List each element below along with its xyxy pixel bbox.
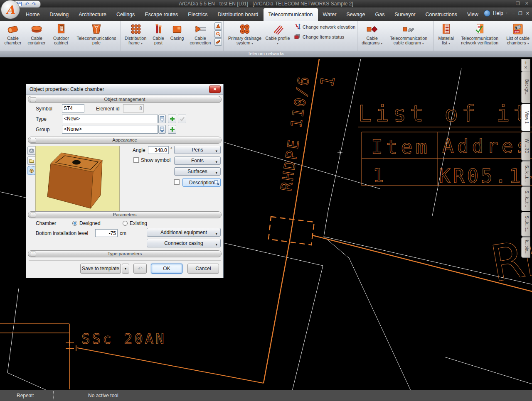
- telecommunication-network-verification-button[interactable]: Telecommunication network verification: [457, 21, 502, 46]
- pens-button[interactable]: Pens▾: [174, 146, 221, 154]
- surfaces-button[interactable]: Surfaces▾: [174, 167, 221, 176]
- dialog-title-bar[interactable]: Object properties: Cable chamber ✕: [26, 84, 223, 95]
- collapse-icon[interactable]: ˋ: [30, 213, 36, 218]
- cable-diagrams-button[interactable]: Cable diagrams ▾: [359, 21, 385, 46]
- type-add-button[interactable]: [168, 115, 176, 123]
- symbol-input[interactable]: [62, 104, 84, 112]
- undo-icon[interactable]: ↶: [25, 2, 29, 7]
- view-tab-3d[interactable]: Wi... 3D: [521, 132, 530, 161]
- bottom-level-input[interactable]: [95, 229, 118, 237]
- show-symbol-checkbox[interactable]: [133, 157, 139, 163]
- save-template-dropdown-button[interactable]: ▾: [122, 264, 129, 274]
- cable-connection-button[interactable]: Cable connection: [186, 21, 214, 46]
- ribbon: Cable chamber Cable container Outdoor ca…: [0, 21, 532, 51]
- section-object-management[interactable]: ˋ Object management: [28, 96, 222, 103]
- view-tab-skt2[interactable]: S...k...t...: [521, 186, 530, 211]
- view-tab-view1[interactable]: View 1: [521, 104, 530, 131]
- fonts-button[interactable]: Fonts▾: [174, 156, 221, 165]
- dropdown-arrow-icon: ▾: [215, 240, 217, 249]
- telecommunications-pole-button[interactable]: Telecommunications pole: [74, 21, 119, 46]
- collapse-icon[interactable]: ˋ: [30, 252, 36, 257]
- button-label: Outdoor cabinet: [49, 36, 73, 45]
- tab-constructions[interactable]: Constructions: [421, 9, 462, 21]
- section-appearance[interactable]: ˋ Appearance: [28, 137, 222, 144]
- outdoor-cabinet-button[interactable]: Outdoor cabinet: [49, 21, 74, 46]
- tab-telecommunication[interactable]: Telecommunication: [264, 8, 318, 21]
- table-header-address: Addres: [442, 135, 531, 157]
- additional-equipment-button[interactable]: Additional equipment▾: [147, 228, 221, 237]
- existing-radio[interactable]: [123, 221, 128, 226]
- save-to-template-button[interactable]: Save to template: [80, 264, 121, 274]
- cable-profile-button[interactable]: Cable profile ▾: [265, 21, 291, 46]
- tab-surveyor[interactable]: Surveyor: [390, 9, 421, 21]
- tab-distribution-board[interactable]: Distribution board: [213, 9, 264, 21]
- dropdown-arrow-icon: ▾: [215, 169, 217, 177]
- button-label: Telecommunication cable diagram ▾: [386, 36, 431, 45]
- doc-restore-button[interactable]: ❐: [518, 11, 522, 16]
- designed-radio[interactable]: [72, 221, 77, 226]
- dialog-close-button[interactable]: ✕: [209, 86, 221, 93]
- group-combo[interactable]: <None>: [62, 125, 158, 134]
- collapse-icon[interactable]: ˋ: [30, 138, 36, 143]
- tab-drawing[interactable]: Drawing: [44, 9, 74, 21]
- collapse-icon[interactable]: ˋ: [30, 97, 36, 102]
- type-history-button[interactable]: [158, 115, 166, 123]
- section-parameters[interactable]: ˋ Parameters: [28, 211, 222, 218]
- app-logo[interactable]: A: [1, 0, 20, 19]
- dropdown-arrow-icon: ▾: [448, 42, 450, 45]
- tab-view[interactable]: View: [462, 9, 483, 21]
- close-button[interactable]: ✕: [525, 1, 529, 6]
- redo-icon[interactable]: ↷: [32, 2, 36, 7]
- group-history-button[interactable]: [158, 125, 166, 134]
- tab-sewage[interactable]: Sewage: [341, 9, 370, 21]
- tab-water[interactable]: Water: [318, 9, 342, 21]
- casing-button[interactable]: Casing: [168, 21, 186, 41]
- description-checkbox[interactable]: [174, 179, 180, 185]
- change-items-status-button[interactable]: Change items status: [294, 33, 344, 41]
- search-icon-button[interactable]: [214, 30, 222, 38]
- snapshot-tool-button[interactable]: [27, 147, 36, 155]
- cable-piece-icon-button[interactable]: [214, 38, 222, 46]
- object-3d-preview[interactable]: [35, 146, 120, 214]
- view-3d-tool-button[interactable]: [27, 166, 36, 175]
- tab-architecture[interactable]: Architecture: [74, 9, 111, 21]
- tab-escape-routes[interactable]: Escape routes: [140, 9, 183, 21]
- ok-button[interactable]: OK: [151, 264, 182, 274]
- view-tab-kpie[interactable]: k...pie...: [521, 237, 530, 258]
- primary-drainage-system-button[interactable]: Primary drainage system ▾: [225, 21, 265, 46]
- type-combo[interactable]: <New>: [62, 115, 158, 123]
- angle-input[interactable]: [148, 146, 169, 154]
- marker-cone-icon-button[interactable]: [214, 22, 222, 30]
- help-menu[interactable]: Help: [493, 10, 503, 16]
- section-type-parameters[interactable]: ˋ Type parameters: [28, 250, 222, 257]
- tab-electrics[interactable]: Electrics: [183, 9, 212, 21]
- doc-close-button[interactable]: ✕: [526, 11, 530, 16]
- cable-chamber-button[interactable]: Cable chamber: [1, 21, 25, 46]
- view-tab-skt1[interactable]: S...k...t...: [521, 161, 530, 186]
- cable-post-button[interactable]: Cable post: [149, 21, 168, 46]
- distribution-frame-button[interactable]: Distribution frame ▾: [122, 21, 149, 46]
- repeat-label[interactable]: Repeat:: [17, 393, 34, 399]
- material-list-button[interactable]: Material list ▾: [435, 21, 457, 46]
- dock-pin-icon[interactable]: ✛: [522, 61, 530, 65]
- tab-gas[interactable]: Gas: [370, 9, 390, 21]
- connector-casing-button[interactable]: Connector casing▾: [147, 239, 221, 247]
- description-button[interactable]: Description: [182, 178, 221, 187]
- open-view-tool-button[interactable]: [27, 156, 36, 165]
- tab-home[interactable]: Home: [21, 9, 44, 21]
- bottom-level-label: Bottom installation level: [36, 230, 88, 236]
- cable-container-button[interactable]: Cable container: [25, 21, 49, 46]
- doc-minimize-button[interactable]: –: [512, 11, 515, 16]
- view-tab-skt3[interactable]: S...k...t...: [521, 212, 530, 237]
- view-tab-background[interactable]: Backgr...: [521, 71, 530, 103]
- minimize-button[interactable]: –: [508, 1, 511, 6]
- list-of-cable-chambers-button[interactable]: RTF List of cable chambers ▾: [502, 21, 532, 46]
- change-network-elevation-button[interactable]: Change network elevation: [294, 23, 355, 31]
- telecommunication-cable-diagram-button[interactable]: Telecommunication cable diagram ▾: [385, 21, 432, 46]
- cancel-button[interactable]: Cancel: [187, 264, 219, 274]
- restore-button[interactable]: ❐: [516, 1, 520, 6]
- group-add-button[interactable]: [168, 125, 176, 134]
- dropdown-arrow-icon: ▾: [141, 42, 143, 45]
- dock-close-icon[interactable]: ✕: [522, 65, 530, 70]
- tab-ceilings[interactable]: Ceilings: [111, 9, 140, 21]
